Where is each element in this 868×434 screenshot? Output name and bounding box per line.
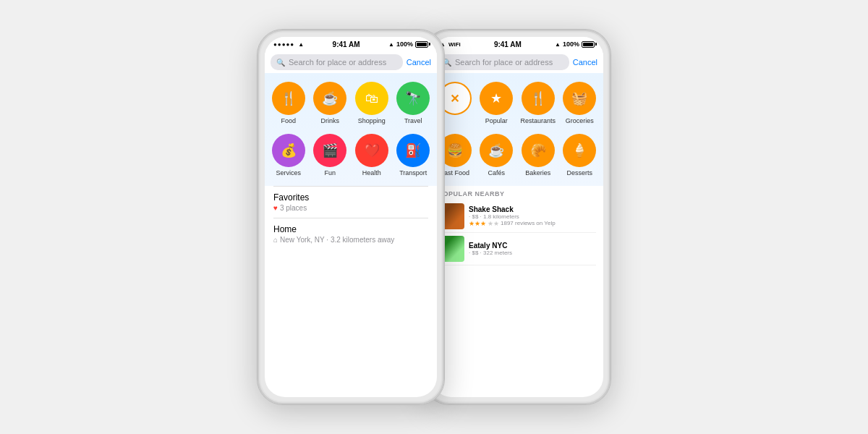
subcategory-cafes[interactable]: ☕ Cafés (477, 131, 516, 180)
phone-1: ●●●●● ▲ 9:41 AM ▲ 100% 🔍 Search for plac… (257, 29, 445, 405)
subcategory-label-popular: Popular (485, 118, 508, 125)
category-circle-transport: ⛽ (396, 134, 430, 167)
subcategory-grid: ✕ ★ Popular 🍴 Restaurants (431, 73, 603, 186)
category-label-food: Food (281, 118, 296, 125)
search-bar-2[interactable]: 🔍 Search for place or address (437, 54, 569, 70)
status-bar-1: ●●●●● ▲ 9:41 AM ▲ 100% (265, 37, 437, 51)
category-circle-shopping: 🛍 (355, 82, 388, 115)
home-item[interactable]: Home ⌂ New York, NY · 3.2 kilometers awa… (265, 218, 437, 250)
desserts-icon: 🍦 (571, 142, 587, 158)
nearby-meta-2a: · $$ · 322 meters (469, 250, 596, 256)
search-placeholder-1: Search for place or address (289, 58, 397, 67)
search-icon-1: 🔍 (276, 59, 285, 67)
subcategory-groceries[interactable]: 🧺 Groceries (561, 79, 600, 128)
category-circle-fun: 🎬 (313, 134, 346, 167)
signal-area: ●●●●● ▲ (273, 41, 304, 48)
nearby-item-1[interactable]: Shake Shack · $$ · 1.8 kilometers ★★★★★ … (438, 200, 596, 233)
subcategory-bakeries[interactable]: 🥐 Bakeries (519, 131, 558, 180)
stars-1: ★★★ (469, 220, 486, 227)
popular-circle: ★ (480, 82, 513, 115)
category-label-drinks: Drinks (320, 118, 339, 125)
food-icon: 🍴 (281, 90, 297, 106)
cancel-button-1[interactable]: Cancel (407, 58, 431, 67)
nearby-item-2[interactable]: Eataly NYC · $$ · 322 meters (438, 233, 596, 265)
bakeries-icon: 🥐 (530, 142, 546, 158)
nearby-section: POPULAR NEARBY Shake Shack · $$ · 1.8 ki… (431, 186, 603, 270)
restaurants-icon: 🍴 (530, 90, 546, 106)
subcategory-restaurants[interactable]: 🍴 Restaurants (519, 79, 558, 128)
restaurants-circle: 🍴 (522, 82, 555, 115)
phone-1-screen: ●●●●● ▲ 9:41 AM ▲ 100% 🔍 Search for plac… (265, 37, 437, 397)
cafes-circle: ☕ (480, 134, 513, 167)
category-label-services: Services (276, 170, 301, 177)
subcategory-desserts[interactable]: 🍦 Desserts (561, 131, 600, 180)
home-title: Home (273, 224, 428, 234)
category-food[interactable]: 🍴 Food (269, 79, 308, 128)
cancel-button-2[interactable]: Cancel (573, 58, 597, 67)
category-circle-health: ❤️ (355, 134, 388, 167)
subcategory-label-bakeries: Bakeries (525, 170, 550, 177)
category-health[interactable]: ❤️ Health (352, 131, 391, 180)
favorites-title: Favorites (273, 192, 428, 203)
phone-2: ▲ WiFi 9:41 AM ▲ 100% 🔍 Search for place… (423, 29, 611, 405)
desserts-circle: 🍦 (563, 134, 596, 167)
category-grid-1: 🍴 Food ☕ Drinks 🛍 Shopping (265, 73, 437, 186)
search-placeholder-2: Search for place or address (455, 58, 563, 67)
battery-label-2: 100% (563, 41, 579, 48)
category-label-transport: Transport (399, 170, 427, 177)
category-label-fun: Fun (324, 170, 336, 177)
subcategory-popular[interactable]: ★ Popular (477, 79, 516, 128)
category-label-shopping: Shopping (358, 118, 386, 125)
heart-icon: ♥ (273, 204, 278, 212)
category-circle-travel: 🔭 (396, 82, 430, 115)
nearby-info-2: Eataly NYC · $$ · 322 meters (469, 242, 596, 256)
back-icon: ✕ (450, 92, 459, 106)
bakeries-circle: 🥐 (522, 134, 555, 167)
time-display-1: 9:41 AM (333, 41, 360, 48)
groceries-circle: 🧺 (563, 82, 596, 115)
battery-fill-2 (583, 43, 593, 46)
favorites-item[interactable]: Favorites ♥ 3 places (265, 187, 437, 218)
battery-fill-1 (417, 43, 427, 46)
favorites-sub: ♥ 3 places (273, 204, 428, 212)
fun-icon: 🎬 (322, 142, 338, 158)
drinks-icon: ☕ (322, 90, 338, 106)
subcategory-label-restaurants: Restaurants (520, 118, 556, 125)
status-bar-2: ▲ WiFi 9:41 AM ▲ 100% (431, 37, 603, 51)
nearby-title: POPULAR NEARBY (438, 190, 596, 197)
home-icon: ⌂ (273, 236, 278, 244)
category-label-travel: Travel (404, 118, 422, 125)
category-travel[interactable]: 🔭 Travel (394, 79, 433, 128)
category-services[interactable]: 💰 Services (269, 131, 308, 180)
battery-area-2: ▲ 100% (555, 41, 595, 48)
battery-label-1: 100% (396, 41, 413, 48)
cafes-icon: ☕ (488, 142, 504, 158)
category-transport[interactable]: ⛽ Transport (394, 131, 433, 180)
empty-stars-1: ★★ (488, 220, 499, 227)
health-icon: ❤️ (364, 142, 380, 158)
subcategory-label-cafes: Cafés (488, 170, 505, 177)
category-circle-services: 💰 (272, 134, 305, 167)
nearby-meta-1a: · $$ · 1.8 kilometers (469, 213, 596, 220)
services-icon: 💰 (281, 142, 297, 158)
search-bar-1[interactable]: 🔍 Search for place or address (271, 54, 403, 70)
category-shopping[interactable]: 🛍 Shopping (352, 79, 391, 128)
popular-icon: ★ (490, 90, 502, 106)
battery-icon-1 (415, 41, 428, 48)
fastfood-icon: 🍔 (447, 142, 463, 158)
category-fun[interactable]: 🎬 Fun (311, 131, 350, 180)
shopping-icon: 🛍 (365, 91, 378, 106)
battery-area-1: ▲ 100% (388, 41, 428, 48)
location-icon-1: ▲ (388, 41, 394, 48)
scene: ●●●●● ▲ 9:41 AM ▲ 100% 🔍 Search for plac… (0, 0, 868, 434)
time-display-2: 9:41 AM (494, 41, 522, 48)
transport-icon: ⛽ (405, 142, 421, 158)
subcategory-label-groceries: Groceries (566, 118, 594, 125)
nearby-meta-1b: 1897 reviews on Yelp (501, 220, 556, 226)
nearby-name-1: Shake Shack (469, 205, 596, 213)
phone-2-screen: ▲ WiFi 9:41 AM ▲ 100% 🔍 Search for place… (431, 37, 603, 397)
category-drinks[interactable]: ☕ Drinks (311, 79, 350, 128)
travel-icon: 🔭 (405, 90, 421, 106)
category-circle-drinks: ☕ (313, 82, 346, 115)
category-label-health: Health (362, 170, 381, 177)
